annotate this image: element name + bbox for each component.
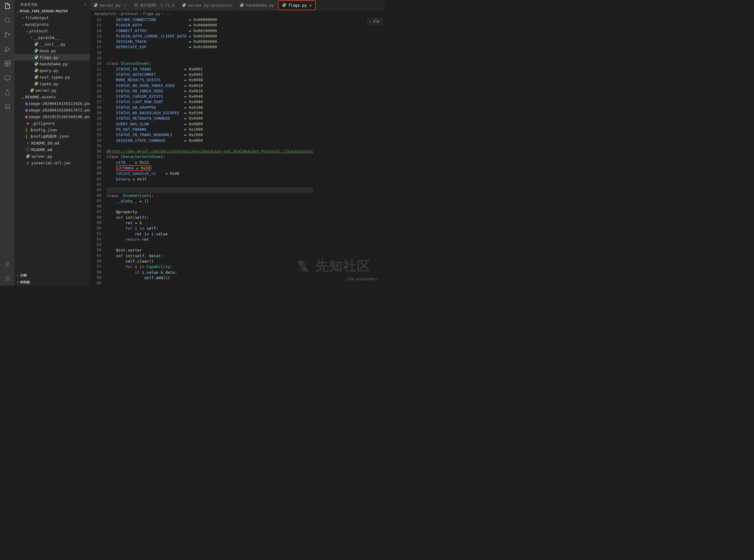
svg-rect-5 xyxy=(5,61,7,63)
cls-popup-text: cls xyxy=(373,19,380,23)
testing-icon[interactable] xyxy=(4,89,11,96)
tree-item[interactable]: ⌄protocol xyxy=(14,27,90,34)
chevron-down-icon: ⌄ xyxy=(17,9,19,13)
project-name: MYSQL_FAKE_SERVER-MASTER xyxy=(20,9,68,13)
file-tree[interactable]: ›fileOutput⌄mysqlproto⌄protocol›__pycach… xyxy=(14,14,90,272)
scm-icon[interactable] xyxy=(4,31,11,38)
tree-item[interactable]: test_types.py xyxy=(14,74,90,80)
outline-label: 大纲 xyxy=(20,273,27,278)
svg-point-13 xyxy=(6,278,8,279)
line-gutter: 12 13 14 15 16 17 18 19 20 21 22 23 24 2… xyxy=(90,17,107,286)
tab[interactable]: Ⓜ发行说明: 1.71.2 xyxy=(131,0,178,11)
svg-text:QL: QL xyxy=(6,106,9,108)
chevron-right-icon: › xyxy=(17,280,19,284)
svg-point-2 xyxy=(5,36,6,38)
tree-item[interactable]: ⬇README_EN.md xyxy=(14,140,90,146)
code-area[interactable]: SECURE_CONNECTION = 0x00008000 PLUGIN_AU… xyxy=(107,17,313,286)
tree-item[interactable]: ›__pycache__ xyxy=(14,34,90,41)
files-icon[interactable] xyxy=(4,2,11,9)
breadcrumb[interactable]: mysqlproto› protocol› flags.py› ... xyxy=(90,11,385,17)
svg-rect-6 xyxy=(5,64,7,66)
editor[interactable]: 12 13 14 15 16 17 18 19 20 21 22 23 24 2… xyxy=(90,17,385,286)
breadcrumb-item[interactable]: flags.py xyxy=(143,12,160,16)
tab[interactable]: server.py./ xyxy=(90,0,131,11)
debug-icon[interactable] xyxy=(4,45,11,53)
tree-item[interactable]: server.py xyxy=(14,153,90,159)
tree-item[interactable]: ▣image-20200414150112426.png xyxy=(14,100,90,107)
more-icon[interactable]: ⋯ xyxy=(84,3,86,6)
svg-point-12 xyxy=(6,262,9,264)
remote-icon[interactable] xyxy=(4,74,11,82)
tree-item[interactable]: query.py xyxy=(14,67,90,74)
account-icon[interactable] xyxy=(4,261,11,268)
settings-icon[interactable] xyxy=(4,275,11,282)
close-icon[interactable]: × xyxy=(309,3,312,8)
tab[interactable]: server.pymysqlproto xyxy=(178,0,237,11)
explorer-header: 资源管理器 ⋯ xyxy=(14,0,90,8)
chevron-right-icon: › xyxy=(17,274,19,277)
tree-item[interactable]: ▣image-20210531165349198.png xyxy=(14,113,90,120)
tree-item[interactable]: ⓘREADME.md xyxy=(14,146,90,153)
tab[interactable]: handshake.py xyxy=(236,0,278,11)
side-panel: 资源管理器 ⋯ ⌄ MYSQL_FAKE_SERVER-MASTER ›file… xyxy=(14,0,90,286)
svg-rect-9 xyxy=(5,76,10,79)
tree-item[interactable]: base.py xyxy=(14,47,90,54)
breadcrumb-item[interactable]: ... xyxy=(165,12,171,16)
outline-sections: ›大纲 ›时间线 xyxy=(14,272,90,286)
outline-section[interactable]: ›大纲 xyxy=(14,272,90,279)
search-icon[interactable] xyxy=(4,17,11,24)
tree-item[interactable]: ▣image-20200414150417471.png xyxy=(14,107,90,113)
tree-item[interactable]: ◆.gitignore xyxy=(14,120,90,126)
explorer-title: 资源管理器 xyxy=(20,2,38,7)
svg-point-1 xyxy=(5,33,6,34)
breadcrumb-item[interactable]: mysqlproto xyxy=(95,12,116,16)
tree-item[interactable]: handshake.py xyxy=(14,61,90,67)
tab-bar: server.py./Ⓜ发行说明: 1.71.2server.pymysqlpr… xyxy=(90,0,385,11)
main-area: server.py./Ⓜ发行说明: 1.71.2server.pymysqlpr… xyxy=(90,0,385,286)
svg-rect-8 xyxy=(8,61,11,63)
svg-point-0 xyxy=(5,18,9,22)
chevron-right-icon: › xyxy=(369,19,371,23)
timeline-section[interactable]: ›时间线 xyxy=(14,279,90,286)
tree-item[interactable]: __init__.py xyxy=(14,41,90,47)
tree-item[interactable]: ⌄mysqlproto xyxy=(14,21,90,27)
tree-item[interactable]: types.py xyxy=(14,80,90,87)
tree-item[interactable]: flags.py xyxy=(14,54,90,61)
tree-item[interactable]: { }config.json xyxy=(14,126,90,133)
cls-popup[interactable]: › cls xyxy=(367,18,382,24)
tree-item[interactable]: ▮ysoserial-all.jar xyxy=(14,159,90,166)
svg-rect-7 xyxy=(8,64,10,66)
watermark-logo: 先知社区 xyxy=(296,257,371,275)
tree-item[interactable]: { }config的副本.json xyxy=(14,133,90,140)
tree-item[interactable]: ›fileOutput xyxy=(14,14,90,21)
breadcrumb-item[interactable]: protocol xyxy=(121,12,138,16)
project-title[interactable]: ⌄ MYSQL_FAKE_SERVER-MASTER xyxy=(14,8,90,14)
extensions-icon[interactable] xyxy=(4,60,11,67)
tree-item[interactable]: server.py xyxy=(14,87,90,94)
tree-item[interactable]: ⌄README.assets xyxy=(14,94,90,100)
tab[interactable]: flags.py× xyxy=(278,0,316,10)
activity-bar: QL xyxy=(0,0,14,286)
watermark-credit: CSDN @小袁同学爱学习 xyxy=(347,277,379,281)
sql-icon[interactable]: QL xyxy=(4,103,11,110)
timeline-label: 时间线 xyxy=(20,280,30,284)
